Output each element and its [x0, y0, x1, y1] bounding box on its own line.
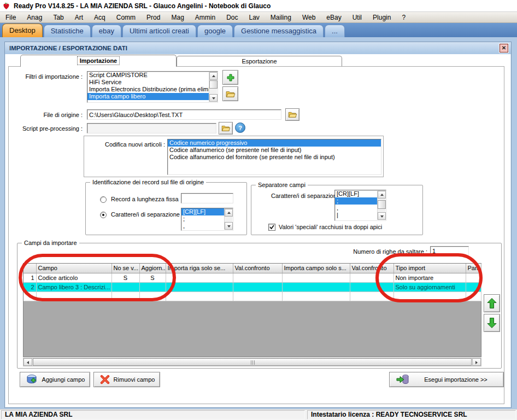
move-up-button[interactable] [484, 294, 500, 312]
menu-item-acq[interactable]: Acq [89, 13, 111, 22]
col-campo[interactable]: Campo [36, 264, 111, 273]
radio-lunghezza-fissa[interactable] [100, 196, 107, 203]
file-origine-input[interactable] [87, 109, 281, 120]
menu-item-prod[interactable]: Prod [141, 13, 166, 22]
list-item[interactable]: Codice alfanumerico (se presente nel fil… [168, 147, 381, 154]
col-importa-campo[interactable]: Importa campo solo s... [282, 264, 350, 273]
col-tipo-import[interactable]: Tipo import [393, 264, 466, 273]
menu-item-plugin[interactable]: Plugin [367, 13, 396, 22]
scroll-down-icon[interactable] [225, 222, 233, 230]
esegui-importazione-button[interactable]: Esegui importazione >> [389, 372, 504, 387]
browse-script-button[interactable] [219, 122, 233, 135]
tab-statistiche[interactable]: Statistiche [44, 25, 91, 37]
list-item[interactable]: Script CIAMPISTORE [87, 72, 209, 79]
scroll-up-icon[interactable] [225, 209, 233, 217]
scrollbar-thumb[interactable] [209, 80, 218, 89]
menu-item-comm[interactable]: Comm [111, 13, 141, 22]
import-fields-table[interactable]: Campo No se v... Aggiorn... Importa riga… [24, 264, 481, 301]
col-val-confronto-1[interactable]: Val.confronto [233, 264, 282, 273]
radio-carattere-separazione[interactable] [100, 212, 107, 218]
field-separator-listbox[interactable]: [CR][LF] ; , | [334, 190, 386, 221]
add-filter-button[interactable] [222, 70, 238, 85]
menu-item-art[interactable]: Art [69, 13, 89, 22]
menu-item-ammin[interactable]: Ammin [190, 13, 221, 22]
scroll-right-icon[interactable] [472, 358, 481, 366]
skip-rows-input[interactable] [430, 246, 469, 256]
folder-icon [226, 90, 236, 98]
cell-campo: Codice articolo [36, 273, 111, 282]
doppi-apici-checkbox[interactable] [268, 224, 275, 231]
col-rownum[interactable] [24, 264, 36, 273]
menu-item-help[interactable]: ? [396, 13, 411, 22]
menu-item-tab[interactable]: Tab [48, 13, 69, 22]
tab-google[interactable]: google [197, 25, 233, 37]
col-aggiorn[interactable]: Aggiorn... [139, 264, 166, 273]
separatore-group: Separatore campi Carattere/i di separazi… [251, 185, 423, 235]
list-item[interactable]: , [335, 205, 377, 212]
table-row-selected[interactable]: 2 Campo libero 3 : Descrizi... Solo su a… [24, 282, 481, 291]
menu-item-anag[interactable]: Anag [21, 13, 48, 22]
aggiungi-campo-button[interactable]: Aggiungi campo [20, 372, 90, 387]
scrollbar-thumb[interactable] [378, 200, 386, 209]
list-item[interactable]: , [181, 223, 224, 230]
table-row[interactable]: 1 Codice articolo S S Non importare [24, 273, 481, 282]
script-pre-input[interactable] [87, 123, 216, 133]
radio-carattere-separazione-label: Carattere/i di separazione [111, 211, 180, 218]
filters-listbox[interactable]: Script CIAMPISTORE HiFi Service Importa … [87, 71, 218, 103]
list-item[interactable]: HiFi Service [87, 79, 209, 86]
menu-item-mag[interactable]: Mag [166, 13, 189, 22]
list-item-selected[interactable]: [CR][LF] [181, 208, 224, 215]
scrollbar-thumb[interactable] [33, 358, 472, 366]
col-para[interactable]: Para [466, 264, 481, 273]
col-val-confronto-2[interactable]: Val.confronto [350, 264, 393, 273]
menu-item-ebay[interactable]: eBay [321, 13, 346, 22]
tab-desktop[interactable]: Desktop [2, 24, 43, 37]
codifica-label: Codifica nuovi articoli : [87, 141, 165, 148]
close-icon[interactable]: ✕ [500, 44, 508, 52]
tab-gestione-messaggistica[interactable]: Gestione messaggistica [234, 25, 324, 37]
record-separator-scrollbar[interactable] [224, 209, 232, 230]
field-separator-scrollbar[interactable] [377, 191, 385, 220]
tab-esportazione[interactable]: Esportazione [177, 56, 342, 66]
tab-importazione[interactable]: Importazione [20, 55, 177, 67]
move-down-button[interactable] [484, 314, 500, 332]
menu-item-file[interactable]: File [0, 13, 21, 22]
tab-more[interactable]: ... [325, 25, 345, 37]
col-no-se[interactable]: No se v... [111, 264, 139, 273]
import-export-dialog: IMPORTAZIONE / ESPORTAZIONE DATI ✕ Impor… [4, 42, 512, 408]
record-separator-listbox[interactable]: [CR][LF] ; , [181, 208, 233, 231]
help-icon[interactable]: ? [235, 122, 245, 133]
table-row[interactable] [24, 291, 481, 301]
scroll-up-icon[interactable] [209, 72, 218, 80]
tab-ultimi-articoli[interactable]: Ultimi articoli creati [122, 25, 196, 37]
list-item[interactable]: ; [181, 215, 224, 223]
scroll-left-icon[interactable] [24, 358, 32, 366]
browse-file-button[interactable] [285, 108, 299, 121]
menu-item-mailing[interactable]: Mailing [265, 13, 297, 22]
list-item-selected[interactable]: ; [335, 197, 377, 205]
file-origine-label: File di origine : [9, 112, 83, 118]
list-item[interactable]: Codice alfanumerico del fornitore (se pr… [168, 154, 381, 161]
open-filter-button[interactable] [222, 86, 238, 101]
list-item-selected[interactable]: Codice numerico progressivo [168, 139, 381, 147]
menu-item-web[interactable]: Web [297, 13, 321, 22]
list-item-selected[interactable]: Importa campo libero [87, 93, 209, 100]
rimuovi-campo-button[interactable]: Rimuovi campo [93, 372, 160, 387]
lunghezza-fissa-input[interactable] [181, 193, 233, 203]
list-item[interactable]: Importa Electronics Distribuzione (prima… [87, 86, 209, 93]
statusbar: LA MIA AZIENDA SRL Intestatario licenza … [0, 409, 517, 420]
scroll-up-icon[interactable] [378, 191, 386, 199]
scroll-down-icon[interactable] [378, 212, 386, 220]
list-item[interactable]: | [335, 212, 377, 219]
horizontal-scrollbar[interactable] [23, 358, 481, 366]
list-item[interactable]: [CR][LF] [335, 190, 377, 197]
filters-scrollbar[interactable] [209, 72, 217, 102]
menu-item-doc[interactable]: Doc [221, 13, 243, 22]
campi-title: Campi da importare [22, 240, 79, 246]
menu-item-util[interactable]: Util [347, 13, 367, 22]
tab-ebay[interactable]: ebay [92, 25, 121, 37]
scroll-down-icon[interactable] [209, 94, 218, 102]
col-importa-riga[interactable]: Importa riga solo se... [166, 264, 233, 273]
menu-item-lav[interactable]: Lav [244, 13, 265, 22]
codifica-listbox[interactable]: Codice numerico progressivo Codice alfan… [167, 139, 381, 175]
